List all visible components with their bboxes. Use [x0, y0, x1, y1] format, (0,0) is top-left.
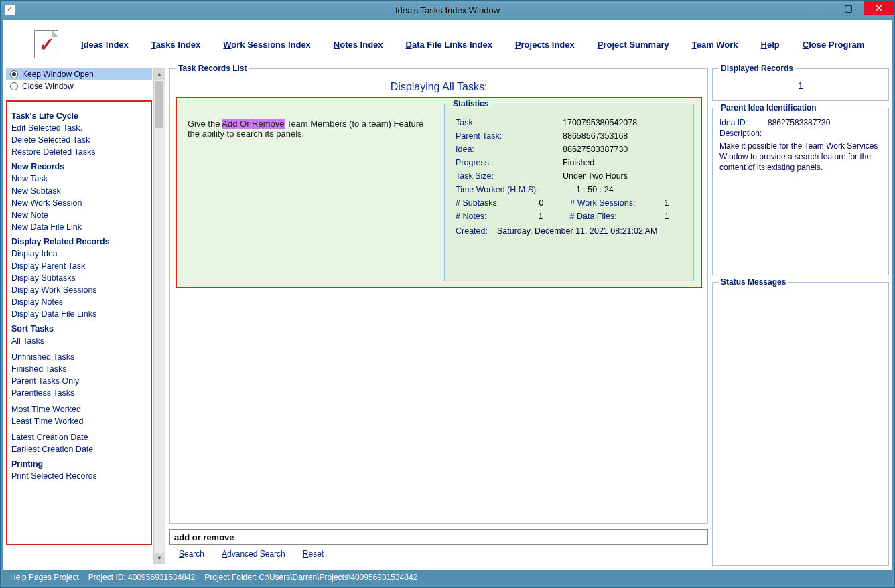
search-input[interactable]	[169, 529, 708, 545]
stat-idea-value: 88627583387730	[563, 145, 628, 154]
sidebar-sort-latest-date[interactable]: Latest Creation Date	[11, 431, 147, 443]
status-project-folder: Project Folder: C:\Users\Darren\Projects…	[204, 573, 417, 582]
stat-parent-value: 88658567353168	[563, 131, 628, 141]
sidebar-sort-parent-only[interactable]: Parent Tasks Only	[11, 375, 147, 387]
stat-created-value: Saturday, December 11, 2021 08:21:02 AM	[497, 226, 658, 236]
sidebar-sort-parentless[interactable]: Parentless Tasks	[11, 387, 147, 399]
sidebar-sort-all-tasks[interactable]: All Tasks	[11, 335, 147, 347]
parent-idea-legend: Parent Idea Identification	[718, 103, 819, 113]
status-project-id: Project ID: 400956931534842	[88, 573, 195, 582]
status-help-pages[interactable]: Help Pages Project	[10, 573, 79, 582]
sidebar-display-data-file-links[interactable]: Display Data File Links	[11, 308, 147, 320]
close-button[interactable]: ✕	[864, 1, 894, 15]
parent-idea-panel: Parent Idea Identification Idea ID:88627…	[712, 108, 889, 275]
stat-created-label: Created:	[456, 226, 488, 236]
menu-close-program[interactable]: Close Program	[803, 40, 864, 50]
sidebar-head-new-records: New Records	[11, 162, 147, 171]
sidebar-new-subtask[interactable]: New Subtask	[11, 185, 147, 197]
sidebar-new-work-session[interactable]: New Work Session	[11, 197, 147, 209]
menu-help[interactable]: Help	[761, 40, 780, 50]
scroll-thumb[interactable]	[155, 81, 163, 128]
status-messages-legend: Status Messages	[718, 277, 788, 287]
sidebar-display-parent-task[interactable]: Display Parent Task	[11, 260, 147, 272]
stat-datafiles-value: 1	[656, 212, 669, 221]
task-description: Give the Add Or Remove Team Members (to …	[177, 98, 441, 287]
sidebar-sort-unfinished[interactable]: Unfinished Tasks	[11, 351, 147, 363]
sidebar-sort-least-time[interactable]: Least Time Worked	[11, 415, 147, 427]
menu-projects-index[interactable]: Projects Index	[515, 40, 575, 50]
stat-subtasks-label: # Subtasks:	[456, 198, 499, 208]
menu-tasks-index[interactable]: Tasks Index	[151, 40, 200, 50]
advanced-search-button[interactable]: Advanced Search	[222, 549, 285, 559]
stat-worksessions-label: # Work Sessions:	[570, 198, 635, 208]
menu-work-sessions-index[interactable]: Work Sessions Index	[223, 40, 311, 50]
menu-team-work[interactable]: Team Work	[692, 40, 738, 50]
statistics-legend: Statistics	[450, 99, 491, 108]
stat-progress-label: Progress:	[456, 158, 563, 167]
stat-subtasks-value: 0	[530, 198, 543, 208]
displayed-records-panel: Displayed Records 1	[712, 68, 889, 101]
statistics-panel: Statistics Task:1700795380542078 Parent …	[444, 104, 694, 281]
menu-data-file-links-index[interactable]: Data File Links Index	[406, 40, 492, 50]
sidebar-restore-deleted-tasks[interactable]: Restore Deleted Tasks	[11, 146, 147, 158]
window-controls: — ▢ ✕	[802, 1, 894, 15]
sidebar-display-idea[interactable]: Display Idea	[11, 248, 147, 260]
task-records-list: Task Records List Displaying All Tasks: …	[169, 68, 708, 524]
sidebar-scrollbar[interactable]: ▲ ▼	[153, 68, 165, 564]
sidebar-sort-finished[interactable]: Finished Tasks	[11, 363, 147, 375]
sidebar-print-selected[interactable]: Print Selected Records	[11, 470, 147, 482]
displayed-records-count: 1	[719, 77, 882, 94]
scroll-down-icon[interactable]: ▼	[154, 553, 165, 563]
menu-ideas-index[interactable]: Ideas Index	[81, 40, 129, 50]
scroll-up-icon[interactable]: ▲	[154, 69, 165, 80]
sidebar-display-subtasks[interactable]: Display Subtasks	[11, 272, 147, 284]
sidebar-head-sort-tasks: Sort Tasks	[11, 324, 147, 334]
radio-icon	[10, 70, 18, 78]
search-button[interactable]: Search	[179, 549, 204, 559]
stat-size-label: Task Size:	[456, 171, 563, 181]
stat-notes-label: # Notes:	[456, 212, 487, 221]
stat-notes-value: 1	[530, 212, 543, 221]
sidebar-head-life-cycle: Task's Life Cycle	[11, 111, 147, 121]
menubar: Ideas Index Tasks Index Work Sessions In…	[3, 20, 892, 68]
displayed-records-legend: Displayed Records	[718, 64, 796, 73]
sidebar-sort-most-time[interactable]: Most Time Worked	[11, 403, 147, 415]
minimize-button[interactable]: —	[802, 1, 833, 15]
stat-size-value: Under Two Hours	[563, 171, 628, 181]
stat-parent-label: Parent Task:	[456, 131, 563, 141]
stat-datafiles-label: # Data Files:	[570, 212, 617, 221]
status-messages-panel: Status Messages	[712, 282, 889, 566]
sidebar-sort-earliest-date[interactable]: Earliest Creation Date	[11, 443, 147, 455]
stat-progress-value: Finished	[563, 158, 594, 167]
window-body: Ideas Index Tasks Index Work Sessions In…	[3, 20, 892, 585]
task-card[interactable]: Give the Add Or Remove Team Members (to …	[176, 97, 702, 288]
sidebar-head-printing: Printing	[11, 459, 147, 469]
radio-keep-window-open[interactable]: Keep Window Open	[6, 68, 152, 80]
sidebar-new-task[interactable]: New Task	[11, 173, 147, 185]
records-legend: Task Records List	[176, 64, 249, 73]
search-highlight: Add Or Remove	[222, 119, 284, 129]
idea-desc-label: Description:	[719, 129, 760, 138]
sidebar-groups: Task's Life Cycle Edit Selected Task. De…	[6, 100, 152, 545]
reset-button[interactable]: Reset	[303, 549, 324, 559]
document-check-icon[interactable]	[34, 30, 58, 58]
sidebar-display-notes[interactable]: Display Notes	[11, 296, 147, 308]
sidebar: Keep Window Open Close Window Task's Lif…	[6, 68, 153, 566]
sidebar-head-display-related: Display Related Records	[11, 237, 147, 246]
stat-worksessions-value: 1	[655, 198, 669, 208]
records-title: Displaying All Tasks:	[170, 81, 707, 93]
idea-id-value: 88627583387730	[768, 118, 830, 127]
sidebar-edit-selected-task[interactable]: Edit Selected Task.	[11, 122, 147, 134]
idea-desc-value: Make it possible for the Team Work Servi…	[719, 141, 882, 173]
radio-close-window[interactable]: Close Window	[6, 80, 152, 92]
sidebar-new-note[interactable]: New Note	[11, 209, 147, 221]
radio-icon	[10, 82, 18, 90]
stat-task-label: Task:	[456, 118, 563, 127]
window-title: Idea's Tasks Index Window	[1, 5, 894, 15]
sidebar-delete-selected-task[interactable]: Delete Selected Task	[11, 134, 147, 146]
sidebar-new-data-file-link[interactable]: New Data File Link	[11, 221, 147, 233]
menu-notes-index[interactable]: Notes Index	[334, 40, 383, 50]
sidebar-display-work-sessions[interactable]: Display Work Sessions	[11, 284, 147, 296]
menu-project-summary[interactable]: Project Summary	[598, 40, 669, 50]
maximize-button[interactable]: ▢	[833, 1, 864, 15]
